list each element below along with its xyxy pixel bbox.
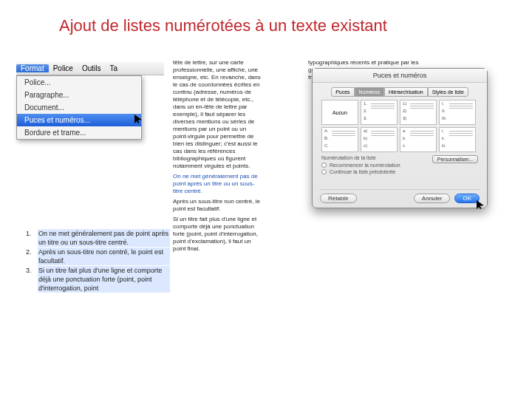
list-numbering-options: Numérotation de la liste Recommencer la …: [321, 155, 400, 176]
style-none[interactable]: Aucun: [321, 100, 358, 125]
radio-continue[interactable]: [321, 169, 327, 174]
dialog-tabs: Puces Numéros Hiérarchisation Styles de …: [313, 87, 487, 97]
menu-item-police[interactable]: Police...: [17, 76, 141, 89]
section-label: Numérotation de la liste: [321, 155, 400, 160]
menu-item-puces-numeros[interactable]: Puces et numéros...: [17, 114, 141, 126]
radio-continue-label: Continuer la liste précédente: [330, 169, 395, 174]
tab-numeros[interactable]: Numéros: [355, 87, 384, 97]
tab-styles-liste[interactable]: Styles de liste: [428, 87, 468, 97]
doc-para: tête de lettre, sur une carte profession…: [173, 59, 262, 170]
document-text-column-1: tête de lettre, sur une carte profession…: [173, 59, 262, 256]
list-number: 1.: [26, 229, 38, 247]
dialog-button-row: Rétablir Annuler OK: [320, 189, 480, 203]
menu-outils[interactable]: Outils: [78, 64, 106, 72]
dialog-title: Puces et numéros: [313, 69, 487, 83]
list-item: 1. On ne met généralement pas de point a…: [26, 229, 170, 247]
page-title: Ajout de listes numérotées à un texte ex…: [59, 16, 387, 35]
number-style-grid: Aucun 1.2.3. 1)2)3) I.II.III. A.B.C. a)b…: [321, 100, 478, 152]
customize-button[interactable]: Personnaliser...: [432, 155, 478, 163]
format-dropdown: Police... Paragraphe... Document... Puce…: [16, 75, 142, 140]
list-number: 2.: [26, 248, 38, 265]
menu-format[interactable]: Format: [16, 64, 49, 72]
radio-restart[interactable]: [321, 163, 327, 168]
doc-para-blue: On ne met généralement pas de point aprè…: [173, 173, 262, 195]
cancel-button[interactable]: Annuler: [414, 194, 451, 203]
bullets-numbers-dialog: Puces et numéros Puces Numéros Hiérarchi…: [312, 68, 488, 208]
menu-truncated[interactable]: Ta: [105, 64, 122, 72]
style-roman-upper[interactable]: I.II.III.: [439, 100, 476, 125]
menu-police-top[interactable]: Police: [49, 64, 78, 72]
style-alpha-paren[interactable]: a)b)c): [361, 127, 398, 152]
ok-button[interactable]: OK: [454, 194, 480, 203]
style-decimal-paren[interactable]: 1)2)3): [400, 100, 437, 125]
tab-puces[interactable]: Puces: [331, 87, 354, 97]
style-alpha-lower[interactable]: a.b.c.: [400, 127, 437, 152]
tab-hierarchisation[interactable]: Hiérarchisation: [384, 87, 428, 97]
doc-para: Si un titre fait plus d'une ligne et com…: [173, 216, 262, 253]
list-item: 3. Si un titre fait plus d'une ligne et …: [26, 266, 170, 293]
menu-item-document[interactable]: Document...: [17, 101, 141, 114]
radio-restart-label: Recommencer la numérotation: [330, 163, 400, 168]
list-text: On ne met généralement pas de point aprè…: [38, 229, 170, 247]
screenshot-composite: Format Police Outils Ta Police... Paragr…: [16, 59, 489, 214]
list-number: 3.: [26, 266, 38, 293]
style-none-label: Aucun: [332, 110, 347, 115]
list-text: Si un titre fait plus d'une ligne et com…: [38, 266, 170, 293]
style-decimal-dot[interactable]: 1.2.3.: [361, 100, 398, 125]
result-numbered-list: 1. On ne met généralement pas de point a…: [26, 229, 170, 293]
menu-item-bordure[interactable]: Bordure et trame...: [17, 126, 141, 139]
list-text: Après un sous-titre non centré, le point…: [38, 248, 170, 265]
menubar: Format Police Outils Ta: [16, 62, 164, 75]
menu-item-paragraphe[interactable]: Paragraphe...: [17, 89, 141, 101]
style-alpha-upper[interactable]: A.B.C.: [321, 127, 358, 152]
list-item: 2. Après un sous-titre non centré, le po…: [26, 248, 170, 265]
reset-button[interactable]: Rétablir: [320, 194, 357, 203]
style-roman-lower[interactable]: i.ii.iii.: [439, 127, 476, 152]
doc-para: Après un sous-titre non centré, le point…: [173, 198, 262, 213]
